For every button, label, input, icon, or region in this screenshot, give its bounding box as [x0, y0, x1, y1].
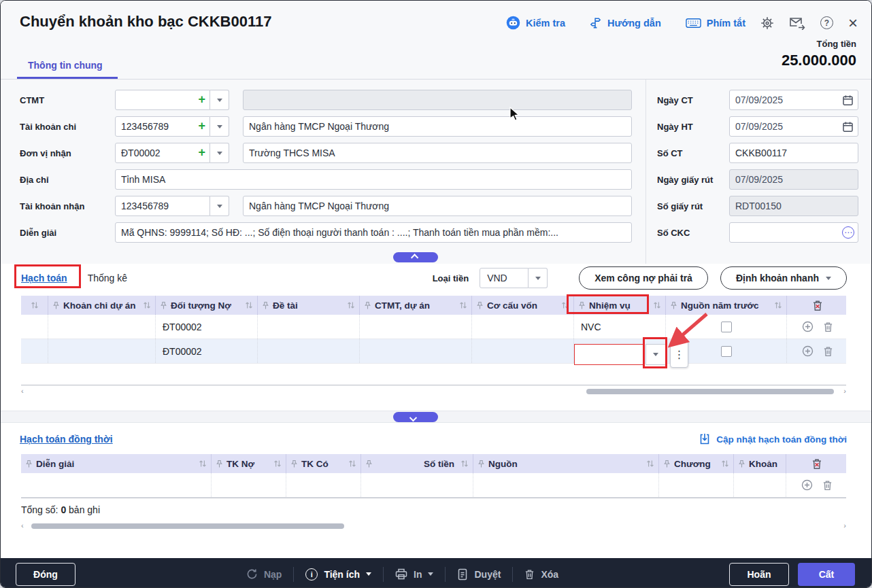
approve-menu-item[interactable]: Duyệt [457, 568, 501, 581]
sort-icon[interactable] [348, 460, 356, 468]
scroll-right-arrow[interactable]: › [843, 521, 846, 530]
collapse-section-button[interactable] [393, 412, 438, 422]
sort-icon[interactable] [646, 460, 654, 468]
prior-year-source-checkbox[interactable] [721, 322, 732, 332]
doc-date-input[interactable] [729, 90, 858, 110]
pin-icon[interactable] [25, 460, 33, 468]
more-options-ellipsis-icon[interactable]: ⋯ [842, 226, 854, 239]
empty-table-row[interactable] [21, 473, 846, 498]
simultaneous-hscrollbar[interactable]: ‹ › [21, 522, 846, 531]
table-row[interactable]: ĐT00002 NVC [21, 315, 846, 339]
guide-link[interactable]: Hướng dẫn [590, 16, 661, 29]
sort-icon[interactable] [245, 301, 253, 309]
nhiem-vu-input[interactable] [574, 344, 645, 365]
delete-row-icon[interactable] [822, 480, 833, 491]
receiving-unit-dropdown-button[interactable] [210, 143, 229, 163]
pin-icon[interactable] [216, 460, 223, 468]
help-icon[interactable]: ? [820, 16, 833, 29]
currency-dropdown-button[interactable] [529, 268, 548, 288]
quick-entry-button[interactable]: Định khoản nhanh [720, 266, 847, 290]
print-menu-item[interactable]: In [395, 568, 433, 580]
pin-icon[interactable] [477, 460, 485, 468]
receiving-account-dropdown-button[interactable] [210, 196, 229, 216]
ctmt-dropdown-button[interactable] [210, 90, 229, 110]
close-icon[interactable]: × [848, 17, 858, 29]
receiving-unit-name-field[interactable] [243, 143, 632, 163]
reload-menu-item[interactable]: Nạp [246, 568, 282, 580]
ctmt-input[interactable] [115, 90, 210, 110]
utilities-menu-item[interactable]: i Tiện ích [305, 568, 371, 581]
add-row-icon[interactable] [801, 479, 813, 491]
doc-number-input[interactable] [729, 143, 858, 163]
calendar-icon[interactable] [842, 120, 854, 133]
sort-icon[interactable] [653, 301, 661, 309]
save-button[interactable]: Cất [798, 563, 855, 586]
pin-icon[interactable] [290, 460, 298, 468]
sort-icon[interactable] [199, 460, 207, 468]
withdrawal-date-field[interactable] [729, 169, 858, 190]
add-plus-icon[interactable]: + [198, 92, 205, 106]
sort-icon[interactable] [143, 301, 151, 309]
sort-icon[interactable] [561, 301, 569, 309]
view-payables-button[interactable]: Xem công nợ phải trả [579, 266, 708, 290]
settings-gear-icon[interactable] [760, 16, 774, 30]
delete-menu-item[interactable]: Xóa [524, 569, 558, 580]
tab-general-info[interactable]: Thông tin chung [28, 60, 103, 71]
pin-icon[interactable] [52, 301, 60, 310]
simultaneous-title-link[interactable]: Hạch toán đồng thời [20, 434, 113, 445]
address-field[interactable] [115, 169, 632, 190]
check-link[interactable]: Kiểm tra [506, 16, 565, 30]
sort-icon[interactable] [31, 301, 39, 309]
pin-icon[interactable] [670, 301, 677, 310]
debit-account-input[interactable] [115, 116, 210, 137]
sort-icon[interactable] [459, 301, 467, 309]
debit-account-dropdown-button[interactable] [210, 116, 229, 137]
scroll-thumb[interactable] [31, 523, 345, 529]
add-plus-icon[interactable]: + [198, 145, 205, 159]
delete-row-icon[interactable] [823, 322, 833, 332]
delete-all-rows-icon[interactable] [811, 458, 822, 470]
tab-statistics[interactable]: Thống kê [88, 273, 127, 283]
withdrawal-number-field[interactable] [729, 196, 858, 216]
pin-icon[interactable] [262, 301, 269, 310]
pin-icon[interactable] [364, 301, 371, 310]
tab-accounting[interactable]: Hạch toán [21, 273, 67, 283]
prior-year-source-checkbox[interactable] [721, 346, 732, 357]
update-simultaneous-link[interactable]: Cập nhật hạch toán đồng thời [699, 433, 847, 445]
scroll-left-arrow[interactable]: ‹ [21, 387, 24, 395]
description-field[interactable] [115, 222, 632, 243]
delete-all-rows-icon[interactable] [812, 300, 823, 311]
currency-dropdown[interactable]: VND [480, 268, 548, 288]
collapse-form-button[interactable] [393, 252, 438, 262]
ckc-number-input[interactable] [729, 222, 858, 243]
sort-icon[interactable] [347, 301, 355, 309]
calendar-icon[interactable] [842, 94, 854, 106]
scroll-right-arrow[interactable]: › [843, 387, 846, 395]
send-mail-icon[interactable] [789, 16, 805, 30]
more-actions-button[interactable]: ⋮ [670, 341, 688, 368]
posting-date-input[interactable] [729, 116, 858, 137]
shortcut-link[interactable]: Phím tắt [686, 18, 745, 29]
receiving-account-input[interactable] [115, 196, 210, 216]
receiving-unit-input[interactable] [115, 143, 210, 163]
receiving-bank-name-field[interactable] [243, 196, 632, 216]
sort-icon[interactable] [721, 460, 729, 468]
ctmt-desc-field[interactable] [243, 90, 632, 110]
pin-icon[interactable] [738, 460, 745, 468]
sort-icon[interactable] [273, 460, 282, 468]
sort-icon[interactable] [774, 301, 782, 309]
table-row-selected[interactable]: ĐT00002 ⋮ [21, 339, 846, 364]
scroll-thumb[interactable] [586, 389, 834, 394]
nhiem-vu-dropdown-button[interactable] [645, 344, 666, 365]
add-row-icon[interactable] [802, 345, 814, 357]
sort-icon[interactable] [460, 460, 469, 468]
debit-bank-name-field[interactable] [243, 116, 632, 137]
delete-row-icon[interactable] [823, 346, 833, 357]
pin-icon[interactable] [663, 460, 671, 468]
close-button[interactable]: Đóng [16, 563, 76, 586]
pin-icon[interactable] [578, 301, 586, 310]
add-plus-icon[interactable]: + [198, 119, 205, 133]
add-row-icon[interactable] [802, 321, 814, 332]
pin-icon[interactable] [160, 301, 167, 310]
accounting-hscrollbar[interactable]: ‹ › [21, 387, 846, 396]
